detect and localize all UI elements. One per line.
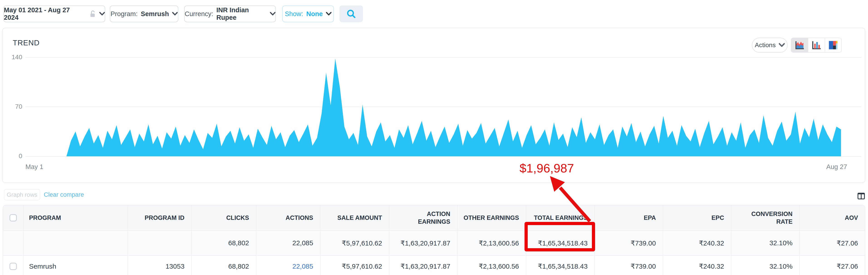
summary-actions: 22,085 — [256, 231, 320, 255]
column-header-sale-amount[interactable]: SALE AMOUNT — [320, 205, 389, 230]
show-filter[interactable]: Show: None — [282, 5, 334, 22]
program-filter-value: Semrush — [141, 10, 169, 18]
row-other-earnings: ₹2,13,600.56 — [457, 256, 526, 275]
column-header-other-earnings[interactable]: OTHER EARNINGS — [457, 205, 526, 230]
table-header-row: PROGRAM PROGRAM ID CLICKS ACTIONS SALE A… — [3, 205, 865, 230]
summary-aov: ₹27.06 — [799, 231, 865, 255]
graph-rows-label: Graph rows — [7, 191, 37, 198]
row-epa: ₹739.00 — [594, 256, 663, 275]
show-filter-value: None — [306, 10, 323, 18]
summary-epa: ₹739.00 — [594, 231, 663, 255]
row-program: Semrush — [23, 256, 127, 275]
y-axis-tick-70: 70 — [7, 103, 22, 110]
program-filter-prefix: Program: — [111, 10, 137, 18]
row-sale-amount: ₹5,97,610.62 — [320, 256, 389, 275]
x-axis-label-start: May 1 — [25, 163, 43, 171]
summary-program-id — [127, 231, 191, 255]
column-header-program[interactable]: PROGRAM — [23, 205, 127, 230]
summary-epc: ₹240.32 — [663, 231, 731, 255]
row-clicks: 68,802 — [191, 256, 256, 275]
chevron-down-icon — [779, 43, 785, 47]
row-checkbox-cell — [3, 256, 23, 275]
chevron-down-icon — [99, 12, 105, 16]
column-settings-icon[interactable] — [857, 192, 865, 200]
chevron-down-icon — [172, 12, 178, 16]
actions-button-label: Actions — [755, 41, 776, 49]
summary-conversion-rate: 32.10% — [731, 231, 800, 255]
filter-toolbar: May 01 2021 - Aug 27 2024 Program: Semru… — [0, 0, 868, 28]
treemap-icon — [828, 40, 838, 50]
summary-action-earnings: ₹1,63,20,917.87 — [389, 231, 457, 255]
summary-other-earnings: ₹2,13,600.56 — [457, 231, 526, 255]
row-actions-link[interactable]: 22,085 — [256, 256, 320, 275]
column-header-clicks[interactable]: CLICKS — [191, 205, 256, 230]
trend-card: TREND Actions — [2, 28, 865, 183]
column-header-conversion-rate[interactable]: CONVERSION RATE — [731, 205, 800, 230]
bar-chart-icon — [811, 40, 822, 50]
chart-mode-treemap-button[interactable] — [825, 38, 841, 52]
currency-filter-value: INR Indian Rupee — [216, 6, 267, 21]
row-epc: ₹240.32 — [663, 256, 731, 275]
header-checkbox-cell — [3, 205, 23, 230]
column-header-actions[interactable]: ACTIONS — [256, 205, 320, 230]
table-row: Semrush 13053 68,802 22,085 ₹5,97,610.62… — [3, 255, 865, 275]
area-chart-icon — [795, 40, 805, 50]
summary-program — [23, 231, 127, 255]
search-button[interactable] — [339, 5, 363, 22]
program-filter[interactable]: Program: Semrush — [110, 5, 178, 22]
trend-area-shape — [25, 59, 841, 156]
date-range-filter[interactable]: May 01 2021 - Aug 27 2024 — [3, 5, 105, 22]
actions-button[interactable]: Actions — [752, 38, 788, 53]
column-header-aov[interactable]: AOV — [799, 205, 865, 230]
y-axis-tick-140: 140 — [7, 54, 22, 61]
trend-area-chart — [25, 57, 841, 157]
annotation-arrow — [544, 171, 595, 225]
column-header-epc[interactable]: EPC — [663, 205, 731, 230]
column-header-epa[interactable]: EPA — [594, 205, 663, 230]
clear-compare-link[interactable]: Clear compare — [44, 191, 84, 198]
summary-checkbox-cell — [3, 231, 23, 255]
chevron-down-icon — [270, 12, 275, 16]
row-action-earnings: ₹1,63,20,917.87 — [389, 256, 457, 275]
chevron-down-icon — [326, 12, 332, 16]
row-program-id: 13053 — [127, 256, 191, 275]
x-axis-label-end: Aug 27 — [810, 163, 847, 171]
date-range-label: May 01 2021 - Aug 27 2024 — [4, 6, 86, 21]
column-header-program-id[interactable]: PROGRAM ID — [127, 205, 191, 230]
column-header-action-earnings[interactable]: ACTION EARNINGS — [389, 205, 457, 230]
row-conversion-rate: 32.10% — [731, 256, 800, 275]
graph-rows-button[interactable]: Graph rows — [4, 189, 40, 200]
row-checkbox[interactable] — [9, 263, 17, 270]
chart-mode-area-button[interactable] — [791, 38, 808, 52]
y-axis-tick-0: 0 — [7, 152, 22, 160]
trend-title: TREND — [13, 38, 40, 47]
highlight-box — [525, 222, 595, 251]
summary-row: 68,802 22,085 ₹5,97,610.62 ₹1,63,20,917.… — [3, 230, 865, 255]
select-all-checkbox[interactable] — [9, 214, 17, 221]
chart-mode-switcher — [791, 38, 842, 53]
lock-open-icon — [89, 10, 96, 18]
show-filter-prefix: Show: — [285, 10, 303, 18]
summary-sale-amount: ₹5,97,610.62 — [320, 231, 389, 255]
search-icon — [346, 9, 356, 19]
chart-mode-bar-button[interactable] — [808, 38, 825, 52]
currency-filter[interactable]: Currency: INR Indian Rupee — [184, 5, 276, 22]
currency-filter-prefix: Currency: — [185, 10, 213, 18]
row-aov: ₹27.06 — [799, 256, 865, 275]
earnings-table: PROGRAM PROGRAM ID CLICKS ACTIONS SALE A… — [3, 205, 865, 275]
summary-clicks: 68,802 — [191, 231, 256, 255]
row-total-earnings: ₹1,65,34,518.43 — [526, 256, 595, 275]
